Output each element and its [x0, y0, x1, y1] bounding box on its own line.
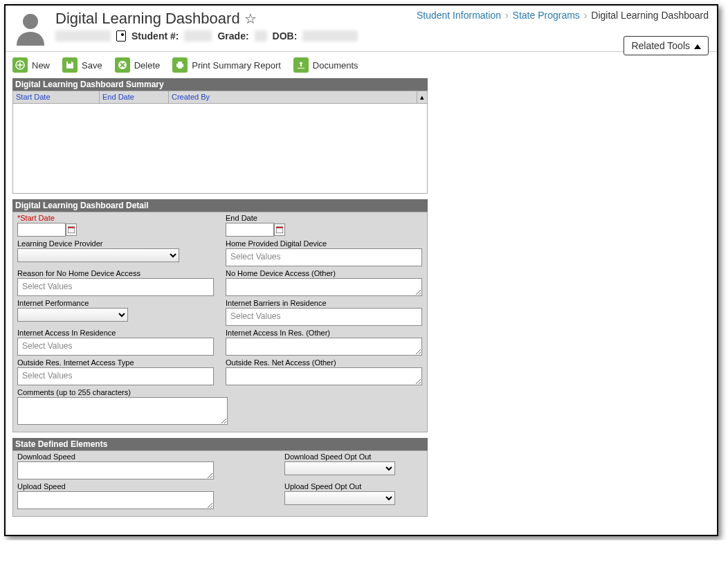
summary-grid-header: Start Date End Date Created By ▴	[12, 91, 428, 104]
col-start-date[interactable]: Start Date	[16, 93, 51, 101]
calendar-icon[interactable]	[274, 223, 285, 236]
download-speed-label: Download Speed	[17, 452, 273, 461]
upload-speed-textarea[interactable]	[17, 491, 214, 509]
delete-icon	[115, 57, 130, 73]
outside-type-label: Outside Res. Internet Access Type	[17, 358, 215, 367]
home-device-label: Home Provided Digital Device	[226, 239, 423, 248]
grade-label: Grade:	[217, 30, 248, 42]
plus-icon	[12, 57, 28, 73]
learning-device-provider-select[interactable]	[17, 248, 179, 262]
detail-header: Digital Learning Dashboard Detail	[12, 199, 428, 212]
related-tools-label: Related Tools	[631, 40, 690, 51]
outside-other-textarea[interactable]	[226, 367, 422, 385]
learning-device-provider-label: Learning Device Provider	[17, 239, 215, 248]
favorite-star-icon[interactable]: ☆	[244, 10, 257, 27]
svg-rect-6	[178, 66, 182, 68]
breadcrumb-current: Digital Learning Dashboard	[591, 10, 709, 21]
dob-redacted: xx	[302, 30, 358, 42]
end-date-label: End Date	[226, 214, 423, 222]
svg-rect-8	[68, 227, 75, 228]
reason-no-home-label: Reason for No Home Device Access	[17, 269, 215, 277]
start-date-label: *Start Date	[17, 214, 215, 222]
chevron-right-icon: ›	[505, 10, 509, 21]
no-home-other-label: No Home Device Access (Other)	[226, 269, 423, 277]
breadcrumb-state-programs[interactable]: State Programs	[513, 10, 580, 21]
calendar-icon[interactable]	[66, 223, 77, 236]
id-card-icon	[116, 30, 126, 42]
end-date-input[interactable]	[226, 223, 274, 237]
svg-rect-2	[68, 62, 71, 64]
no-home-other-textarea[interactable]	[226, 278, 422, 296]
breadcrumb: Student Information › State Programs › D…	[417, 10, 709, 21]
page-title: Digital Learning Dashboard	[55, 10, 240, 28]
internet-access-res-multiselect[interactable]: Select Values	[17, 338, 214, 356]
internet-access-res-other-label: Internet Access In Res. (Other)	[226, 329, 423, 337]
related-tools-button[interactable]: Related Tools	[624, 36, 709, 55]
home-device-multiselect[interactable]: Select Values	[226, 248, 422, 266]
internet-perf-select[interactable]	[17, 308, 128, 322]
save-icon	[62, 57, 78, 73]
scroll-up-icon[interactable]: ▴	[417, 91, 427, 103]
col-end-date[interactable]: End Date	[102, 93, 134, 101]
outside-type-multiselect[interactable]: Select Values	[17, 367, 214, 385]
upload-opt-select[interactable]	[284, 491, 395, 505]
state-header: State Defined Elements	[12, 438, 428, 450]
svg-rect-5	[178, 62, 182, 64]
upload-icon	[293, 57, 309, 73]
download-speed-textarea[interactable]	[17, 461, 214, 479]
upload-opt-label: Upload Speed Opt Out	[284, 482, 395, 491]
reason-no-home-multiselect[interactable]: Select Values	[17, 278, 214, 296]
student-number-label: Student #:	[131, 30, 179, 42]
comments-label: Comments (up to 255 characters)	[17, 388, 228, 396]
student-name-redacted: xxxx	[55, 30, 111, 42]
upload-speed-label: Upload Speed	[17, 482, 273, 491]
internet-access-res-label: Internet Access In Residence	[17, 329, 215, 337]
start-date-input[interactable]	[17, 223, 66, 237]
svg-point-0	[23, 14, 38, 29]
print-button[interactable]: Print Summary Report	[172, 57, 281, 73]
save-button[interactable]: Save	[62, 57, 102, 73]
print-icon	[172, 57, 188, 73]
chevron-right-icon: ›	[584, 10, 588, 21]
summary-header: Digital Learning Dashboard Summary	[12, 78, 428, 91]
chevron-up-icon	[694, 40, 701, 51]
documents-button[interactable]: Documents	[293, 57, 358, 73]
col-created-by[interactable]: Created By	[172, 93, 210, 101]
dob-label: DOB:	[273, 30, 298, 42]
new-button[interactable]: New	[12, 57, 50, 73]
download-opt-select[interactable]	[284, 461, 395, 475]
download-opt-label: Download Speed Opt Out	[284, 452, 395, 461]
comments-textarea[interactable]	[17, 397, 228, 425]
delete-button[interactable]: Delete	[115, 57, 161, 73]
summary-grid-body[interactable]	[12, 104, 428, 194]
internet-perf-label: Internet Performance	[17, 299, 215, 307]
svg-rect-10	[276, 227, 283, 228]
student-number-redacted: xx	[184, 30, 212, 42]
grade-redacted: x	[255, 30, 267, 42]
outside-other-label: Outside Res. Net Access (Other)	[226, 358, 423, 367]
breadcrumb-student-info[interactable]: Student Information	[417, 10, 501, 21]
avatar	[12, 10, 48, 46]
internet-barriers-label: Internet Barriers in Residence	[226, 299, 423, 307]
internet-barriers-multiselect[interactable]: Select Values	[226, 308, 422, 326]
internet-access-res-other-textarea[interactable]	[226, 338, 422, 356]
